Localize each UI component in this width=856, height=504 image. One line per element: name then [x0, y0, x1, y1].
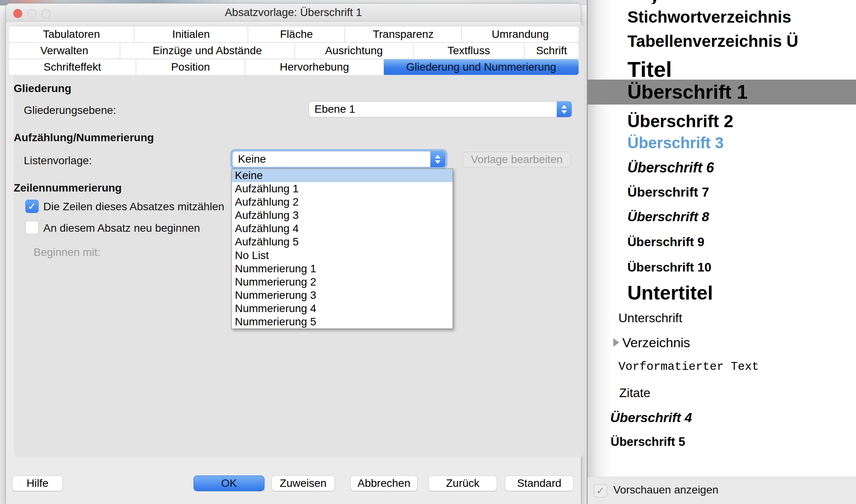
list-style-option[interactable]: Nummerierung 4 [232, 302, 453, 315]
style-item-label: Überschrift 6 [627, 160, 714, 176]
list-style-option[interactable]: Nummerierung 5 [232, 315, 453, 328]
list-style-select[interactable]: Keine [232, 151, 446, 167]
tab-textfluss[interactable]: Textfluss [414, 43, 525, 59]
style-item[interactable]: Stichwortverzeichnis [588, 5, 856, 29]
style-item[interactable]: Überschrift 3 [588, 131, 856, 154]
stepper-arrows-icon[interactable] [557, 101, 572, 117]
style-item-label: Zitate [619, 386, 650, 400]
style-item-label: Überschrift 4 [610, 410, 692, 425]
style-item[interactable]: Titel [588, 56, 856, 82]
tab-row-3: SchrifteffektPositionHervorhebungGlieder… [9, 59, 579, 75]
style-item-label: Überschrift 7 [627, 185, 709, 200]
edit-style-button[interactable]: Vorlage bearbeiten [463, 152, 571, 167]
outline-level-value: Ebene 1 [314, 101, 355, 117]
tab-schrifteffekt[interactable]: Schrifteffekt [9, 59, 136, 75]
styles-list[interactable]: yStichwortverzeichnisTabellenverzeichnis… [588, 0, 856, 477]
style-item-label: Überschrift 2 [627, 112, 733, 131]
list-style-option[interactable]: Keine [232, 169, 453, 182]
numbering-section-heading: Aufzählung/Nummerierung [14, 131, 154, 144]
outline-level-select[interactable]: Ebene 1 [309, 101, 572, 117]
tab-position[interactable]: Position [136, 59, 245, 75]
check-icon: ✓ [28, 201, 36, 213]
list-style-option[interactable]: Aufzählung 5 [232, 235, 453, 248]
tab-initialen[interactable]: Initialen [134, 27, 248, 42]
count-lines-label: Die Zeilen dieses Absatzes mitzählen [43, 201, 224, 213]
outline-level-label: Gliederungsebene: [24, 104, 116, 117]
list-style-option[interactable]: Aufzählung 4 [232, 222, 453, 235]
style-item-label: Tabellenverzeichnis Ü [627, 32, 798, 51]
tab-ausrichtung[interactable]: Ausrichtung [295, 43, 414, 59]
tab-umrandung[interactable]: Umrandung [462, 27, 579, 42]
line-numbering-heading: Zeilennummerierung [14, 182, 122, 194]
style-item[interactable]: Überschrift 8 [588, 205, 856, 228]
style-item-label: Überschrift 10 [627, 260, 711, 275]
style-item[interactable]: Überschrift 2 [588, 109, 856, 133]
style-item-label: Vorformatierter Text [618, 360, 759, 373]
check-icon: ✓ [596, 485, 605, 497]
styles-sidebar: yStichwortverzeichnisTabellenverzeichnis… [587, 0, 856, 504]
style-item-partial[interactable]: y [588, 0, 856, 4]
list-style-label: Listenvorlage: [24, 154, 92, 167]
titlebar[interactable]: Absatzvorlage: Überschrift 1 [6, 4, 581, 21]
style-item[interactable]: Zitate [588, 381, 856, 405]
style-item[interactable]: Überschrift 9 [588, 230, 856, 254]
expand-triangle-icon[interactable] [613, 338, 619, 347]
style-item-label: Überschrift 8 [627, 209, 709, 224]
show-previews-checkbox[interactable]: ✓ [594, 484, 607, 497]
style-item[interactable]: Überschrift 7 [588, 180, 856, 204]
style-item-label: Überschrift 3 [627, 134, 724, 152]
style-item-label: y [650, 0, 659, 4]
start-with-label: Beginnen mit: [34, 246, 100, 259]
tab-verwalten[interactable]: Verwalten [9, 43, 120, 59]
list-style-option[interactable]: Aufzählung 2 [232, 195, 453, 209]
tab-row-2: VerwaltenEinzüge und AbständeAusrichtung… [9, 43, 579, 59]
tab-row-1: TabulatorenInitialenFlächeTransparenzUmr… [9, 27, 579, 42]
standard-button[interactable]: Standard [505, 476, 574, 491]
style-item-label: Verzeichnis [622, 335, 690, 350]
style-item[interactable]: Vorformatierter Text [588, 355, 856, 378]
list-style-option[interactable]: Aufzählung 1 [232, 182, 453, 195]
outline-section-heading: Gliederung [14, 82, 71, 95]
style-item[interactable]: Tabellenverzeichnis Ü [588, 30, 856, 53]
tab-schrift[interactable]: Schrift [524, 43, 579, 59]
tab-hervorhebung[interactable]: Hervorhebung [245, 59, 384, 75]
style-item-label: Überschrift 5 [611, 435, 685, 449]
style-item[interactable]: Untertitel [588, 280, 856, 306]
tab-transparenz[interactable]: Transparenz [345, 27, 462, 42]
list-style-option[interactable]: Aufzählung 3 [232, 209, 453, 222]
list-style-option[interactable]: Nummerierung 2 [232, 275, 453, 289]
restart-numbering-label: An diesem Absatz neu beginnen [43, 222, 200, 234]
apply-button[interactable]: Zuweisen [272, 476, 335, 491]
style-item[interactable]: Überschrift 5 [588, 430, 856, 454]
style-item-label: Untertitel [627, 282, 713, 304]
count-lines-checkbox[interactable]: ✓ [25, 200, 39, 213]
list-style-dropdown: KeineAufzählung 1Aufzählung 2Aufzählung … [231, 169, 453, 329]
cancel-button[interactable]: Abbrechen [350, 476, 417, 491]
help-button[interactable]: Hilfe [12, 476, 63, 491]
list-style-value: Keine [238, 151, 266, 167]
stepper-arrows-icon[interactable] [430, 151, 445, 167]
tab-einzüge-und-abstände[interactable]: Einzüge und Abstände [120, 43, 295, 59]
tab-tabulatoren[interactable]: Tabulatoren [9, 27, 134, 42]
list-style-option[interactable]: Nummerierung 3 [232, 289, 453, 302]
back-button[interactable]: Zurück [428, 476, 497, 491]
style-item[interactable]: Überschrift 4 [588, 406, 856, 429]
style-item[interactable]: Verzeichnis [588, 331, 856, 354]
tab-fläche[interactable]: Fläche [248, 27, 345, 42]
ok-button[interactable]: OK [194, 476, 265, 491]
list-style-option[interactable]: Nummerierung 1 [232, 262, 453, 275]
style-item-label: Stichwortverzeichnis [627, 8, 791, 27]
style-item[interactable]: Überschrift 1 [588, 80, 856, 105]
styles-footer: ✓ Vorschauen anzeigen [588, 477, 856, 504]
list-style-option[interactable]: No List [232, 248, 453, 262]
paragraph-style-dialog: Absatzvorlage: Überschrift 1 Tabulatoren… [5, 3, 581, 504]
restart-numbering-checkbox[interactable] [25, 221, 39, 234]
style-item-label: Überschrift 1 [627, 81, 748, 103]
tab-gliederung-und-nummerierung[interactable]: Gliederung und Nummerierung [384, 59, 579, 75]
dialog-title: Absatzvorlage: Überschrift 1 [6, 4, 581, 21]
style-item[interactable]: Überschrift 6 [588, 156, 856, 179]
style-item[interactable]: Unterschrift [588, 306, 856, 330]
style-item[interactable]: Überschrift 10 [588, 256, 856, 279]
style-item-label: Titel [627, 57, 672, 82]
style-item-label: Unterschrift [618, 311, 682, 325]
